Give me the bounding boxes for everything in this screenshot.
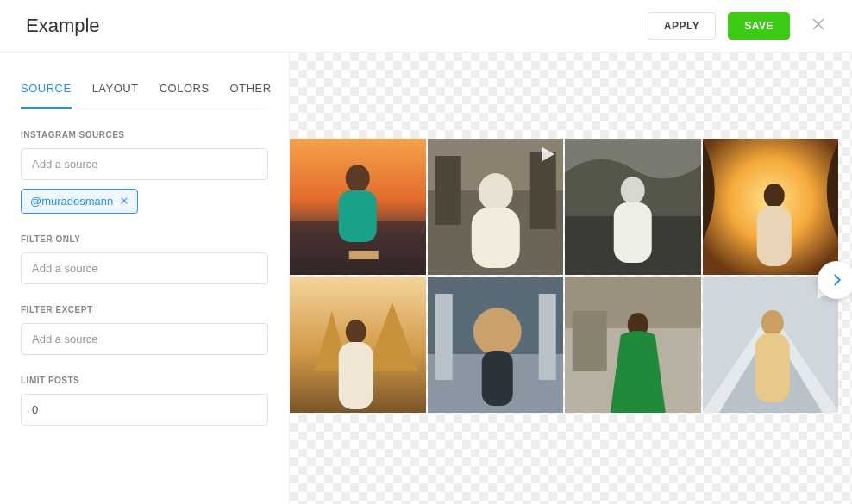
filter-only-input[interactable]	[21, 252, 268, 284]
filter-except-label: FILTER EXCEPT	[21, 305, 268, 314]
feed-tile[interactable]	[703, 139, 839, 275]
svg-point-21	[763, 184, 784, 208]
feed-tile[interactable]	[428, 139, 564, 275]
svg-marker-15	[542, 147, 554, 161]
feed-tile[interactable]	[290, 139, 426, 275]
filter-except-input[interactable]	[21, 323, 268, 355]
svg-rect-7	[339, 190, 377, 242]
svg-rect-42	[755, 333, 789, 402]
tab-layout[interactable]: LAYOUT	[92, 70, 139, 109]
sidebar: SOURCE LAYOUT COLORS OTHER INSTAGRAM SOU…	[0, 53, 290, 504]
svg-point-32	[473, 308, 521, 356]
svg-rect-11	[435, 156, 460, 225]
close-icon[interactable]	[802, 16, 826, 35]
svg-rect-14	[471, 208, 519, 268]
header: Example APPLY SAVE	[0, 0, 852, 53]
svg-rect-22	[756, 206, 791, 266]
svg-rect-33	[481, 351, 512, 406]
preview-area	[290, 53, 852, 504]
svg-point-41	[761, 310, 783, 336]
feed-tile[interactable]	[703, 277, 839, 413]
play-icon	[537, 144, 558, 165]
save-button[interactable]: SAVE	[728, 12, 790, 40]
content: SOURCE LAYOUT COLORS OTHER INSTAGRAM SOU…	[0, 53, 852, 504]
tabs: SOURCE LAYOUT COLORS OTHER	[21, 53, 268, 109]
tab-colors[interactable]: COLORS	[160, 70, 210, 109]
feed-tile[interactable]	[290, 277, 426, 413]
tab-other[interactable]: OTHER	[230, 70, 272, 109]
svg-rect-8	[349, 251, 379, 259]
source-chip-label: @muradosmann	[30, 195, 113, 208]
svg-rect-31	[538, 294, 555, 380]
svg-point-6	[346, 165, 370, 192]
svg-rect-19	[614, 202, 652, 263]
next-arrow-button[interactable]	[818, 261, 852, 299]
section-sources: INSTAGRAM SOURCES @muradosmann	[21, 130, 268, 214]
source-chip[interactable]: @muradosmann	[21, 189, 138, 214]
section-filter-only: FILTER ONLY	[21, 234, 268, 284]
limit-input[interactable]	[21, 394, 268, 426]
svg-point-26	[346, 320, 366, 344]
chip-remove-icon[interactable]	[120, 195, 128, 208]
limit-label: LIMIT POSTS	[21, 376, 268, 385]
apply-button[interactable]: APPLY	[648, 12, 716, 40]
section-limit: LIMIT POSTS	[21, 376, 268, 426]
filter-only-label: FILTER ONLY	[21, 234, 268, 244]
tab-source[interactable]: SOURCE	[21, 70, 72, 109]
svg-rect-36	[573, 311, 607, 371]
sources-label: INSTAGRAM SOURCES	[21, 130, 268, 140]
svg-point-13	[478, 173, 512, 211]
feed-tile[interactable]	[428, 277, 564, 413]
feed-tile[interactable]	[565, 139, 701, 275]
page-title: Example	[26, 15, 100, 37]
section-filter-except: FILTER EXCEPT	[21, 305, 268, 355]
sources-input[interactable]	[21, 148, 268, 180]
header-actions: APPLY SAVE	[648, 12, 826, 40]
feed-tile[interactable]	[565, 277, 701, 413]
svg-rect-27	[339, 342, 373, 409]
preview-grid	[290, 139, 838, 413]
svg-rect-30	[435, 294, 452, 380]
svg-point-18	[621, 177, 645, 204]
